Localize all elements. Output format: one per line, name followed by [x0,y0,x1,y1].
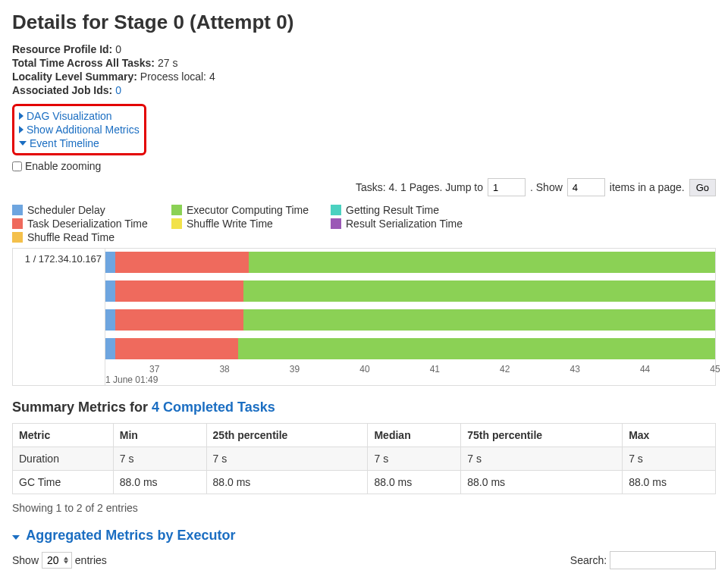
legend-swatch [171,205,182,215]
enable-zoom-checkbox[interactable] [12,161,22,171]
caret-right-icon [19,112,24,120]
legend-item: Shuffle Read Time [12,231,164,243]
caret-down-icon [12,535,20,540]
page-title: Details for Stage 0 (Attempt 0) [12,11,716,34]
timeline-date-label: 1 June 01:49 [105,374,158,385]
job-id-link[interactable]: 0 [115,84,121,96]
caret-down-icon [19,141,27,146]
timeline-segment [105,338,115,359]
page-size-select[interactable]: 20 [42,552,72,569]
legend-swatch [12,218,23,229]
caret-right-icon [19,126,24,133]
event-timeline-toggle[interactable]: Event Timeline [19,136,140,150]
search-input[interactable] [610,551,716,569]
meta-locality: Locality Level Summary: Process local: 4 [12,71,716,83]
summary-metrics-heading: Summary Metrics for 4 Completed Tasks [12,400,716,415]
table-header: Min [113,424,206,447]
table-header: 75th percentile [461,424,623,447]
enable-zoom-row: Enable zooming [12,160,716,172]
timeline-segment [243,280,715,302]
timeline-segment [115,280,243,302]
legend-swatch [12,232,23,243]
legend-item: Scheduler Delay [12,204,164,216]
go-button[interactable]: Go [689,179,716,196]
legend-item: Task Deserialization Time [12,218,164,230]
timeline-segment [115,252,249,273]
timeline-segment [238,338,715,359]
legend-item: Getting Result Time [331,204,482,216]
summary-showing-text: Showing 1 to 2 of 2 entries [12,502,716,514]
timeline-chart: 1 / 172.34.10.167 373839404142434445 1 J… [12,248,716,386]
table-row: GC Time88.0 ms88.0 ms88.0 ms88.0 ms88.0 … [13,471,716,494]
timeline-bar [105,309,715,331]
timeline-segment [105,309,115,331]
completed-tasks-link[interactable]: 4 Completed Tasks [152,400,275,415]
timeline-bar [105,252,715,273]
enable-zoom-label: Enable zooming [25,160,101,172]
meta-associated-jobs: Associated Job Ids: 0 [12,84,716,96]
table-header: Median [368,424,461,447]
task-pager: Tasks: 4. 1 Pages. Jump to . Show items … [12,178,716,196]
additional-metrics-toggle[interactable]: Show Additional Metrics [19,123,140,136]
legend-item: Executor Computing Time [171,204,323,216]
dag-visualization-toggle[interactable]: DAG Visualization [19,109,140,123]
items-per-page-input[interactable] [567,178,605,196]
timeline-segment [105,280,115,302]
timeline-segment [115,338,238,359]
aggregated-metrics-heading[interactable]: Aggregated Metrics by Executor [12,528,716,544]
legend-swatch [331,205,341,215]
legend-item: Result Serialization Time [331,218,482,230]
table-header: Max [623,424,716,447]
meta-resource-profile: Resource Profile Id: 0 [12,43,716,55]
page-number-input[interactable] [488,178,526,196]
legend-swatch [12,205,23,215]
timeline-segment [115,309,243,331]
timeline-segment [243,309,715,331]
summary-metrics-table: MetricMin25th percentileMedian75th perce… [12,423,716,494]
datatable-controls: Show 20 entries Search: [12,551,716,569]
timeline-segment [105,252,115,273]
timeline-legend: Scheduler DelayExecutor Computing TimeGe… [12,204,716,243]
timeline-host-label: 1 / 172.34.10.167 [13,249,105,385]
timeline-bar [105,280,715,302]
meta-total-time: Total Time Across All Tasks: 27 s [12,57,716,69]
timeline-bar [105,338,715,359]
timeline-segment [249,252,715,273]
expand-section-box: DAG Visualization Show Additional Metric… [12,104,146,155]
legend-item: Shuffle Write Time [171,218,323,230]
table-header: 25th percentile [206,424,368,447]
table-row: Duration7 s7 s7 s7 s7 s [13,447,716,471]
legend-swatch [331,218,341,229]
legend-swatch [171,218,182,229]
table-header: Metric [13,424,114,447]
